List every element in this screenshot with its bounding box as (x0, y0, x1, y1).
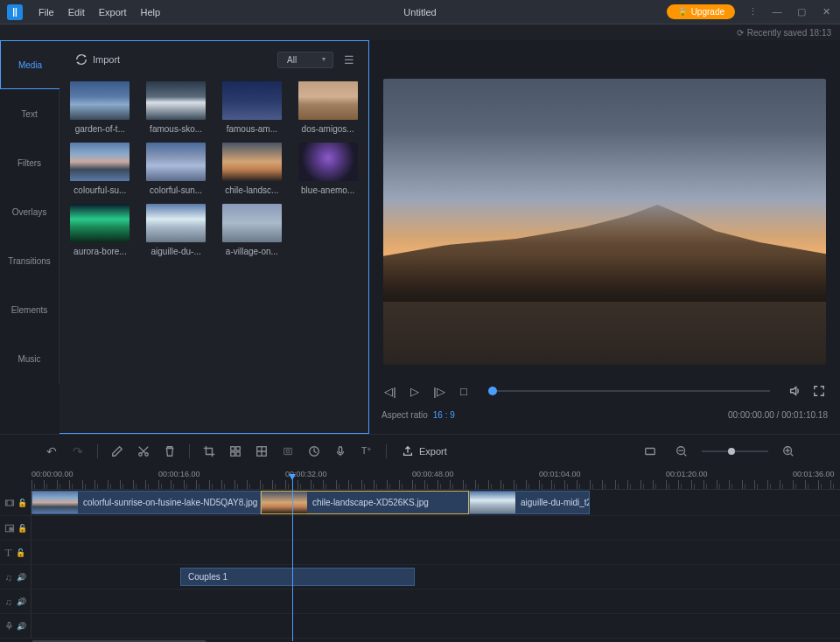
pip-track-header[interactable]: 🔓 (0, 516, 32, 540)
voiceover-icon[interactable] (329, 440, 352, 463)
menu-file[interactable]: File (32, 7, 61, 17)
aspect-ratio[interactable]: Aspect ratio 16 : 9 (382, 410, 455, 420)
more-icon[interactable]: ⋮ (746, 6, 760, 17)
media-thumbnail (70, 81, 130, 120)
sidebar-tab-music[interactable]: Music (0, 334, 60, 383)
music-icon: ♫ (4, 572, 11, 583)
sidebar-tab-media[interactable]: Media (0, 40, 60, 89)
video-track: 🔓 colorful-sunrise-on-fusine-lake-ND5QAY… (0, 490, 840, 516)
menu-edit[interactable]: Edit (61, 7, 92, 17)
stop-button[interactable]: □ (455, 382, 472, 400)
redo-button[interactable]: ↷ (66, 440, 89, 463)
text-tool-icon[interactable]: T⁺ (355, 440, 378, 463)
mute-icon[interactable]: 🔊 (17, 573, 26, 582)
play-button[interactable]: ▷ (406, 382, 424, 400)
import-button[interactable]: Import (70, 53, 125, 66)
aspect-value: 16 : 9 (433, 410, 455, 420)
mic-icon (4, 621, 14, 631)
prev-frame-button[interactable]: ◁| (382, 382, 399, 400)
sidebar-tab-text[interactable]: Text (0, 89, 60, 138)
freeze-icon[interactable] (276, 440, 299, 463)
export-label: Export (419, 446, 447, 457)
fullscreen-icon[interactable] (810, 382, 828, 400)
delete-icon[interactable] (158, 440, 181, 463)
status-bar: ⟳ Recently saved 18:13 (0, 24, 840, 40)
sidebar-tab-transitions[interactable]: Transitions (0, 236, 60, 285)
next-frame-button[interactable]: |▷ (430, 382, 448, 400)
time-mark: 00:00:00.00 (32, 470, 74, 478)
filter-value: All (287, 55, 297, 65)
document-title: Untitled (403, 7, 436, 17)
saved-status: Recently saved 18:13 (747, 28, 831, 38)
aspect-label: Aspect ratio (382, 410, 428, 420)
menu-help[interactable]: Help (134, 7, 168, 17)
cut-icon[interactable] (132, 440, 155, 463)
lock-icon[interactable]: 🔓 (16, 548, 25, 557)
upgrade-button[interactable]: 🔒 Upgrade (667, 4, 735, 19)
media-item[interactable]: famous-am... (222, 81, 283, 134)
text-track-header[interactable]: T 🔓 (0, 541, 32, 564)
volume-icon[interactable] (786, 382, 803, 400)
lock-icon[interactable]: 🔓 (18, 524, 27, 533)
grid-icon[interactable] (250, 440, 273, 463)
menu-export[interactable]: Export (92, 7, 134, 17)
media-item[interactable]: colorful-sun... (146, 143, 206, 195)
text-track-icon: T (5, 546, 12, 560)
time-ruler[interactable]: 00:00:00.0000:00:16.0000:00:32.0000:00:4… (32, 467, 840, 490)
list-view-icon[interactable]: ☰ (340, 51, 358, 68)
timeline-scrollbar[interactable] (32, 639, 840, 642)
media-label: colorful-sun... (150, 185, 202, 195)
mosaic-icon[interactable] (224, 440, 247, 463)
crop-icon[interactable] (198, 440, 220, 463)
timeline-clip[interactable]: chile-landscape-XD526KS.jpg (261, 491, 469, 514)
zoom-in-icon[interactable] (777, 440, 800, 463)
audio-clip[interactable]: Couples 1 (180, 568, 415, 586)
svg-point-0 (139, 452, 143, 456)
progress-thumb[interactable] (488, 387, 497, 395)
media-item[interactable]: chile-landsc... (222, 143, 283, 195)
sidebar-tab-overlays[interactable]: Overlays (0, 187, 60, 236)
lock-icon[interactable]: 🔓 (18, 499, 27, 507)
zoom-slider[interactable] (702, 450, 768, 452)
time-mark: 00:00:16.00 (158, 470, 200, 478)
speed-icon[interactable] (303, 440, 326, 463)
media-thumbnail (298, 143, 358, 181)
export-button[interactable]: Export (395, 445, 454, 457)
edit-icon[interactable] (106, 440, 129, 463)
zoom-out-icon[interactable] (670, 440, 693, 463)
media-item[interactable]: famous-sko... (146, 81, 206, 134)
audio-track-header[interactable]: ♫ 🔊 (0, 590, 32, 613)
time-mark: 00:01:20.00 (666, 470, 708, 478)
media-item[interactable]: aurora-bore... (70, 204, 130, 256)
audio-track-header[interactable]: ♫ 🔊 (0, 565, 32, 589)
video-track-header[interactable]: 🔓 (0, 490, 32, 515)
audio-track-2: ♫ 🔊 (0, 590, 840, 614)
maximize-button[interactable]: ▢ (794, 6, 808, 17)
media-thumbnail (146, 143, 206, 181)
time-mark: 00:00:48.00 (412, 470, 454, 478)
media-filter-dropdown[interactable]: All (277, 52, 333, 68)
media-item[interactable]: a-village-on... (222, 204, 283, 256)
timeline-clip[interactable]: aiguille-du-midi_t20 (469, 491, 590, 514)
preview-progress[interactable] (488, 390, 770, 392)
pip-track: 🔓 (0, 516, 840, 541)
undo-button[interactable]: ↶ (40, 440, 63, 463)
media-item[interactable]: colourful-su... (70, 143, 130, 195)
media-item[interactable]: blue-anemo... (298, 143, 358, 195)
svg-rect-4 (231, 451, 234, 455)
media-thumbnail (222, 204, 282, 242)
timeline-clip[interactable]: colorful-sunrise-on-fusine-lake-ND5QAY8.… (32, 491, 261, 514)
mute-icon[interactable]: 🔊 (17, 622, 26, 631)
preview-video[interactable] (383, 79, 826, 365)
sidebar-tab-filters[interactable]: Filters (0, 138, 60, 187)
voice-track-header[interactable]: 🔊 (0, 614, 32, 638)
media-item[interactable]: dos-amigos... (298, 81, 358, 134)
media-item[interactable]: garden-of-t... (70, 81, 130, 134)
close-button[interactable]: ✕ (819, 6, 833, 17)
sidebar-tab-elements[interactable]: Elements (0, 285, 60, 334)
mute-icon[interactable]: 🔊 (17, 597, 26, 606)
fit-icon[interactable] (639, 440, 662, 463)
minimize-button[interactable]: — (770, 6, 784, 17)
media-label: chile-landsc... (225, 185, 278, 195)
media-item[interactable]: aiguille-du-... (146, 204, 206, 256)
